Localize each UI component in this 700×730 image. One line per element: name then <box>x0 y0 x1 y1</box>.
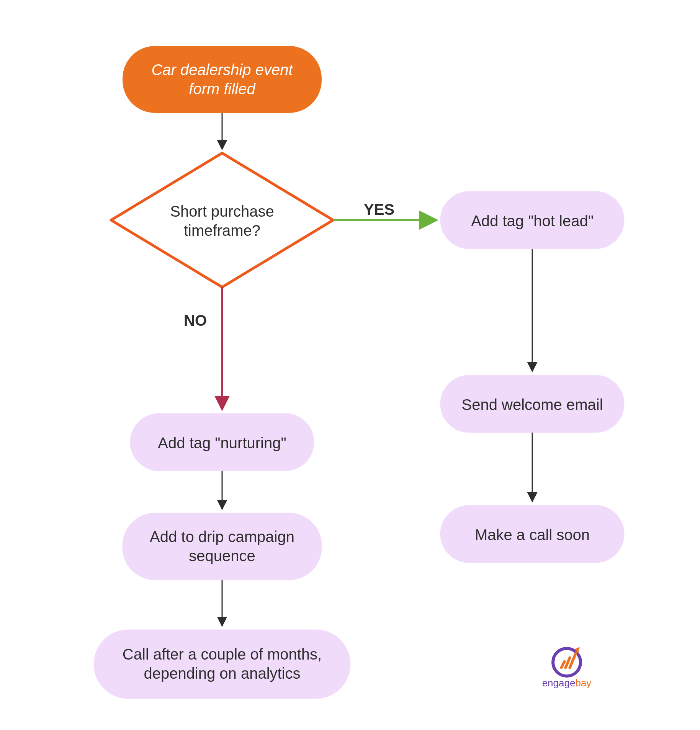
engagebay-logo: engagebay <box>542 647 592 689</box>
node-decision: Short purchase timeframe? <box>111 153 333 287</box>
svg-line-10 <box>561 661 564 668</box>
node-hot-lead-label: Add tag "hot lead" <box>471 212 594 229</box>
node-start: Car dealership event form filled <box>123 46 322 113</box>
edge-no-label: NO <box>184 312 207 329</box>
node-call-soon-label: Make a call soon <box>475 526 590 543</box>
svg-line-12 <box>570 653 576 668</box>
node-drip-campaign: Add to drip campaign sequence <box>123 513 322 580</box>
node-drip-label-line2: sequence <box>189 547 255 564</box>
logo-text-suffix: bay <box>575 677 591 689</box>
node-decision-label-line2: timeframe? <box>184 222 260 239</box>
node-nurturing-label: Add tag "nurturing" <box>158 434 286 451</box>
node-call-later: Call after a couple of months, depending… <box>94 630 350 699</box>
node-nurturing: Add tag "nurturing" <box>130 413 314 471</box>
node-call-later-label-line1: Call after a couple of months, <box>123 646 322 663</box>
node-drip-label-line1: Add to drip campaign <box>150 528 294 545</box>
node-welcome-email-label: Send welcome email <box>461 396 603 413</box>
edge-yes-label: YES <box>364 201 394 218</box>
flowchart: Car dealership event form filled Short p… <box>0 0 700 730</box>
edge-no: NO <box>184 287 222 410</box>
node-start-label-line1: Car dealership event <box>151 61 293 78</box>
node-welcome-email: Send welcome email <box>440 375 624 433</box>
logo-text-prefix: engage <box>542 677 576 689</box>
node-decision-label-line1: Short purchase <box>170 203 274 220</box>
svg-text:engagebay: engagebay <box>542 677 592 689</box>
svg-marker-1 <box>111 153 333 287</box>
svg-rect-0 <box>123 46 322 113</box>
edge-yes: YES <box>333 201 437 220</box>
svg-rect-9 <box>94 630 350 699</box>
node-call-soon: Make a call soon <box>440 505 624 563</box>
node-hot-lead: Add tag "hot lead" <box>440 191 624 249</box>
node-start-label-line2: form filled <box>189 80 256 97</box>
logo-bars-icon <box>561 653 576 668</box>
svg-rect-8 <box>123 513 322 580</box>
node-call-later-label-line2: depending on analytics <box>144 665 300 682</box>
